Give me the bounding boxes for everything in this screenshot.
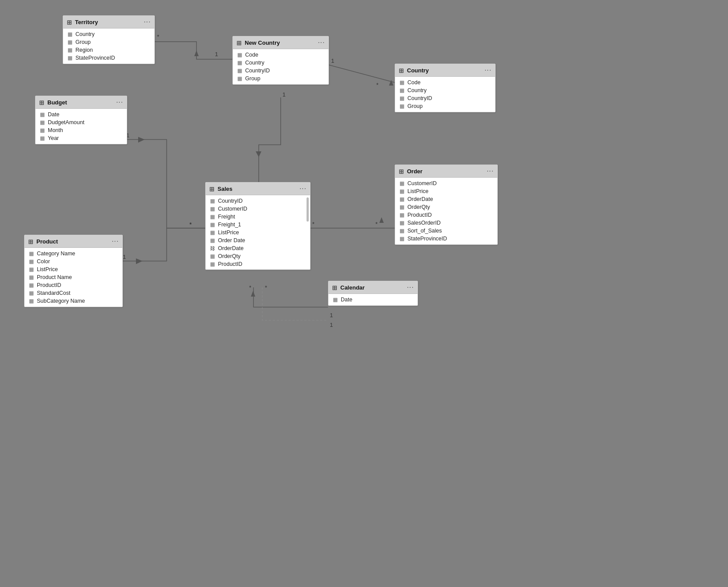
new-country-title: New Country <box>245 39 280 46</box>
territory-menu[interactable]: ··· <box>144 18 151 26</box>
svg-text:*: * <box>189 221 192 228</box>
field-freight1: Freight_1 <box>206 221 310 229</box>
field-orderqty: OrderQty <box>395 203 497 211</box>
field-group: Group <box>395 102 495 110</box>
product-title: Product <box>36 238 58 245</box>
sales-title: Sales <box>218 186 232 192</box>
calendar-menu[interactable]: ··· <box>407 283 414 291</box>
table-grid-icon <box>67 19 73 25</box>
field-icon <box>399 79 405 86</box>
field-countryid: CountryID <box>233 67 328 75</box>
field-dudgetamount: DudgetAmount <box>36 118 127 126</box>
table-grid-icon <box>399 168 405 174</box>
table-grid-icon <box>209 186 215 192</box>
new-country-header: New Country ··· <box>233 36 328 49</box>
field-icon <box>28 251 34 257</box>
country-menu[interactable]: ··· <box>485 66 492 74</box>
field-orderqty: OrderQty <box>206 252 310 260</box>
budget-menu[interactable]: ··· <box>116 98 123 106</box>
order-title: Order <box>407 168 422 175</box>
field-categoryname: Category Name <box>25 250 122 258</box>
field-icon <box>399 220 405 226</box>
field-icon <box>209 206 215 212</box>
field-icon <box>209 198 215 204</box>
svg-text:*: * <box>376 82 378 88</box>
field-region: Region <box>63 46 154 54</box>
svg-text:*: * <box>265 284 267 291</box>
new-country-body: Code Country CountryID Group <box>233 49 328 84</box>
field-icon <box>209 214 215 220</box>
diagram-canvas: * 1 1 * 1 1 * * * 1 * * * <box>0 0 728 587</box>
product-header: Product ··· <box>25 235 122 248</box>
field-orderdate: ⛓ OrderDate <box>206 244 310 252</box>
calendar-header: Calendar ··· <box>328 281 418 294</box>
field-icon <box>28 290 34 296</box>
table-grid-icon <box>28 238 34 244</box>
svg-marker-16 <box>136 258 143 264</box>
new-country-menu[interactable]: ··· <box>318 39 325 47</box>
field-code: Code <box>233 51 328 59</box>
field-productid: ProductID <box>206 260 310 268</box>
field-countryid: CountryID <box>206 197 310 205</box>
budget-table: Budget ··· Date DudgetAmount Month Year <box>35 96 127 144</box>
field-icon <box>28 298 34 304</box>
field-date: Date <box>36 111 127 118</box>
country-body: Code Country CountryID Group <box>395 77 495 112</box>
field-icon <box>236 60 243 66</box>
budget-body: Date DudgetAmount Month Year <box>36 109 127 144</box>
field-icon <box>67 47 73 53</box>
field-standardcost: StandardCost <box>25 289 122 297</box>
product-menu[interactable]: ··· <box>112 237 119 245</box>
table-grid-icon <box>399 67 405 73</box>
sales-body: CountryID CustomerID Freight Freight_1 L… <box>206 195 310 270</box>
sales-menu[interactable]: ··· <box>300 185 307 193</box>
field-icon <box>399 204 405 210</box>
country-title: Country <box>407 67 429 74</box>
country-header: Country ··· <box>395 64 495 77</box>
svg-text:1: 1 <box>330 312 333 319</box>
svg-text:1: 1 <box>123 254 126 260</box>
svg-text:*: * <box>157 33 159 40</box>
field-stateprovinceid: StateProvinceID <box>395 235 497 243</box>
field-icon <box>399 236 405 242</box>
svg-marker-10 <box>138 137 145 143</box>
field-icon <box>209 222 215 228</box>
field-icon <box>399 188 405 194</box>
field-month: Month <box>36 126 127 134</box>
field-code: Code <box>395 79 495 86</box>
svg-text:*: * <box>189 221 192 228</box>
order-table: Order ··· CustomerID ListPrice OrderDate… <box>395 165 498 245</box>
field-icon <box>399 95 405 101</box>
field-icon <box>399 87 405 93</box>
product-table: Product ··· Category Name Color ListPric… <box>24 235 123 307</box>
scrollbar[interactable] <box>307 197 309 222</box>
svg-text:1: 1 <box>330 322 333 328</box>
budget-title: Budget <box>47 99 67 106</box>
svg-text:1: 1 <box>282 91 285 98</box>
field-country: Country <box>233 59 328 67</box>
field-orderdate-label: Order Date <box>206 236 310 244</box>
field-icon <box>39 111 45 118</box>
territory-title: Territory <box>75 19 98 25</box>
field-icon <box>399 103 405 109</box>
field-listprice: ListPrice <box>395 187 497 195</box>
field-icon <box>67 39 73 45</box>
territory-table: Territory ··· Country Group Region State… <box>63 15 155 64</box>
field-productname: Product Name <box>25 273 122 281</box>
territory-body: Country Group Region StateProvinceID <box>63 29 154 64</box>
svg-text:*: * <box>375 221 378 227</box>
field-color: Color <box>25 258 122 265</box>
field-icon <box>236 68 243 74</box>
field-listprice: ListPrice <box>206 229 310 236</box>
field-group: Group <box>63 38 154 46</box>
order-menu[interactable]: ··· <box>487 167 494 175</box>
svg-marker-2 <box>194 50 199 56</box>
field-icon <box>399 228 405 234</box>
svg-text:1: 1 <box>215 51 218 57</box>
budget-header: Budget ··· <box>36 96 127 109</box>
svg-marker-5 <box>389 80 393 86</box>
svg-marker-7 <box>256 151 261 157</box>
field-icon <box>67 55 73 61</box>
order-header: Order ··· <box>395 165 497 178</box>
calendar-table: Calendar ··· Date <box>328 281 418 306</box>
